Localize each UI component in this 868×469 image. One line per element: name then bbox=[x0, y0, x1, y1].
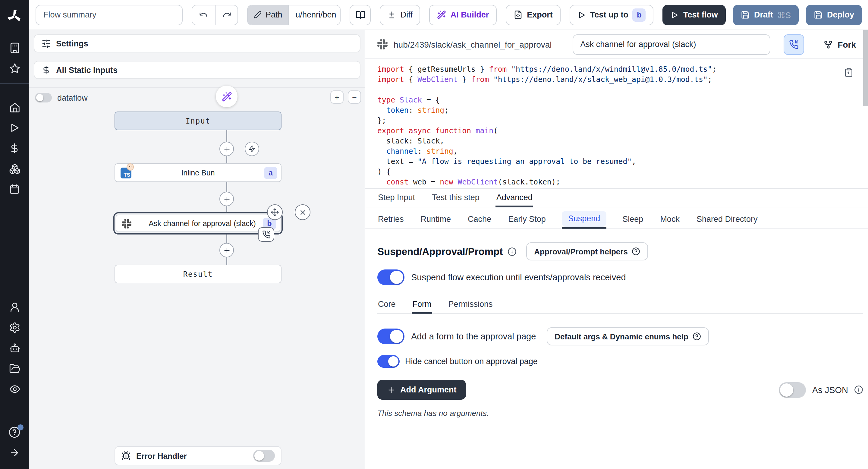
workers-robot-icon[interactable] bbox=[0, 338, 29, 358]
docs-book-button[interactable] bbox=[350, 4, 371, 25]
workspace-building-icon[interactable] bbox=[0, 37, 29, 58]
undo-button[interactable] bbox=[192, 5, 215, 24]
tab-mock[interactable]: Mock bbox=[659, 211, 680, 228]
dollar-icon bbox=[41, 65, 51, 74]
suspend-phone-indicator[interactable] bbox=[258, 227, 274, 242]
add-step-button[interactable] bbox=[219, 192, 234, 206]
add-step-button[interactable] bbox=[219, 243, 234, 257]
approval-prompt-helpers-button[interactable]: Approval/Prompt helpers bbox=[526, 242, 648, 260]
variables-dollar-icon[interactable] bbox=[0, 138, 29, 159]
tab-advanced[interactable]: Advanced bbox=[496, 189, 533, 207]
move-node-button[interactable] bbox=[267, 205, 283, 220]
code-editor[interactable]: import { getResumeUrls } from "https://d… bbox=[365, 59, 868, 189]
scrollbar-thumb[interactable] bbox=[863, 29, 868, 106]
flow-node-result[interactable]: Result bbox=[115, 264, 281, 283]
info-icon[interactable] bbox=[507, 247, 517, 256]
as-json-toggle[interactable] bbox=[779, 382, 806, 398]
delete-node-button[interactable] bbox=[295, 205, 310, 220]
add-trigger-button[interactable] bbox=[245, 142, 259, 156]
tab-early-stop[interactable]: Early Stop bbox=[507, 211, 547, 228]
flow-settings-button[interactable]: Settings bbox=[34, 34, 361, 53]
test-flow-button[interactable]: Test flow bbox=[663, 4, 726, 25]
diff-button[interactable]: Diff bbox=[380, 4, 421, 25]
draft-button[interactable]: Draft ⌘S bbox=[733, 4, 799, 25]
book-open-icon bbox=[355, 10, 365, 20]
tab-permissions[interactable]: Permissions bbox=[448, 296, 493, 313]
ai-builder-button[interactable]: AI Builder bbox=[430, 4, 497, 25]
play-icon bbox=[671, 10, 679, 19]
topbar: Path u/henri/ben Diff AI Builder Export … bbox=[29, 0, 868, 30]
tab-suspend[interactable]: Suspend bbox=[562, 211, 607, 227]
step-badge: b bbox=[632, 8, 646, 22]
help-icon[interactable] bbox=[0, 422, 29, 442]
sidebar bbox=[0, 0, 29, 469]
resources-boxes-icon[interactable] bbox=[0, 159, 29, 179]
flow-node-inline-bun[interactable]: TS Inline Bun a bbox=[115, 163, 281, 182]
tab-sleep[interactable]: Sleep bbox=[622, 211, 644, 228]
copy-code-button[interactable] bbox=[844, 67, 854, 77]
tab-cache[interactable]: Cache bbox=[467, 211, 492, 228]
path-label: Path bbox=[266, 10, 282, 19]
export-button[interactable]: Export bbox=[506, 4, 561, 25]
favorites-star-icon[interactable] bbox=[0, 58, 29, 79]
lightning-icon bbox=[248, 145, 255, 153]
close-icon bbox=[299, 208, 307, 216]
test-up-to-button[interactable]: Test up to b bbox=[569, 4, 654, 25]
tab-step-input[interactable]: Step Input bbox=[377, 189, 415, 207]
deploy-button[interactable]: Deploy bbox=[806, 4, 862, 25]
advanced-tabs: Retries Runtime Cache Early Stop Suspend… bbox=[365, 207, 868, 229]
add-step-button[interactable] bbox=[219, 142, 234, 156]
hub-path[interactable]: hub/2439/slack/ask_channel_for_approval bbox=[394, 39, 552, 49]
expand-sidebar-arrow-icon[interactable] bbox=[0, 442, 29, 463]
suspend-toggle-button[interactable] bbox=[783, 34, 804, 55]
bug-icon bbox=[121, 451, 131, 461]
suspend-enable-toggle[interactable] bbox=[377, 270, 404, 285]
tab-test-this-step[interactable]: Test this step bbox=[431, 189, 480, 207]
add-argument-button[interactable]: Add Argument bbox=[377, 380, 466, 400]
move-icon bbox=[271, 208, 279, 216]
wand-sparkles-icon bbox=[221, 91, 232, 101]
info-icon[interactable] bbox=[854, 385, 863, 394]
diff-icon bbox=[388, 10, 396, 19]
schedules-calendar-icon[interactable] bbox=[0, 179, 29, 199]
zoom-out-button[interactable]: − bbox=[348, 90, 361, 104]
pencil-icon bbox=[254, 11, 262, 19]
tab-form[interactable]: Form bbox=[412, 296, 432, 313]
ai-flow-wand-button[interactable] bbox=[216, 86, 238, 107]
flow-summary-input[interactable] bbox=[36, 4, 182, 25]
tab-core[interactable]: Core bbox=[377, 296, 396, 313]
audit-eye-icon[interactable] bbox=[0, 379, 29, 399]
home-icon[interactable] bbox=[0, 97, 29, 118]
edit-path-button[interactable]: Path bbox=[248, 5, 288, 24]
panel-divider bbox=[29, 87, 365, 88]
add-form-toggle[interactable] bbox=[377, 329, 404, 344]
fork-button[interactable]: Fork bbox=[823, 39, 856, 49]
settings-gear-icon[interactable] bbox=[0, 317, 29, 338]
folders-icon[interactable] bbox=[0, 358, 29, 379]
hide-cancel-toggle[interactable] bbox=[377, 355, 400, 368]
users-icon[interactable] bbox=[0, 296, 29, 317]
tab-retries[interactable]: Retries bbox=[377, 211, 404, 228]
step-name-input[interactable] bbox=[572, 34, 770, 55]
tab-shared-directory[interactable]: Shared Directory bbox=[696, 211, 758, 228]
empty-schema-note: This schema has no arguments. bbox=[377, 409, 863, 418]
play-icon bbox=[578, 10, 586, 19]
tab-runtime[interactable]: Runtime bbox=[420, 211, 452, 228]
plus-icon bbox=[387, 385, 396, 394]
error-handler-toggle[interactable] bbox=[253, 450, 275, 462]
flow-node-input[interactable]: Input bbox=[115, 112, 281, 130]
windmill-flow-editor: Path u/henri/ben Diff AI Builder Export … bbox=[0, 0, 868, 469]
redo-button[interactable] bbox=[215, 5, 238, 24]
runs-play-icon[interactable] bbox=[0, 118, 29, 138]
error-handler-row[interactable]: Error Handler bbox=[115, 446, 281, 465]
question-circle-icon bbox=[692, 332, 701, 341]
sidebar-divider bbox=[0, 83, 29, 84]
flow-node-approval-selected[interactable]: Ask channel for approval (slack) b bbox=[113, 212, 283, 234]
zoom-in-button[interactable]: + bbox=[330, 90, 344, 104]
path-value[interactable]: u/henri/ben bbox=[288, 5, 341, 24]
default-args-help-button[interactable]: Default args & Dynamic enums help bbox=[547, 327, 709, 345]
windmill-logo[interactable] bbox=[0, 6, 29, 27]
all-static-inputs-button[interactable]: All Static Inputs bbox=[34, 61, 361, 79]
dataflow-toggle[interactable] bbox=[35, 93, 52, 102]
save-icon bbox=[741, 10, 750, 19]
